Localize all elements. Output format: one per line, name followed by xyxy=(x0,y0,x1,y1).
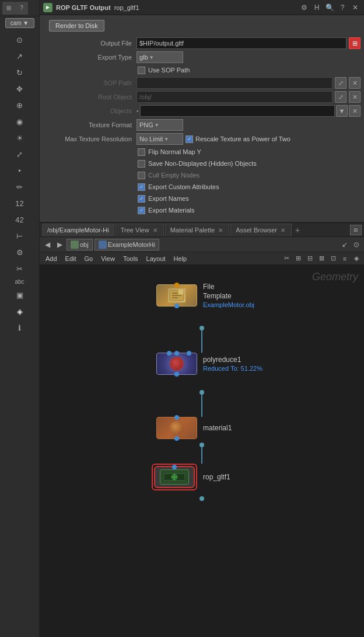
close-btn[interactable]: ✕ xyxy=(350,2,360,13)
light-icon[interactable]: ☀ xyxy=(12,130,27,145)
menu-icon3[interactable]: ⊟ xyxy=(304,253,315,264)
settings-btn[interactable]: ⚙ xyxy=(299,2,309,13)
nav-forward-icon[interactable]: ▶ xyxy=(54,239,65,250)
objects-dropdown-btn[interactable]: ▼ xyxy=(336,105,348,117)
sop-path-btn1[interactable]: ⤢ xyxy=(335,77,346,89)
polyreduce-box[interactable] xyxy=(156,353,197,375)
file-template-box[interactable] xyxy=(156,284,197,307)
polyreduce-node[interactable]: polyreduce1 Reduced To: 51.22% xyxy=(156,353,262,375)
save-hidden-row: Save Non-Displayed (Hidden) Objects xyxy=(40,158,364,169)
menu-edit[interactable]: Edit xyxy=(62,255,80,263)
export-names-checkbox[interactable]: ✓ xyxy=(138,195,145,203)
rop-gltf-box[interactable] xyxy=(154,466,195,488)
export-type-select[interactable]: glb ▼ xyxy=(136,51,183,63)
root-object-btn1[interactable]: ⤢ xyxy=(335,91,346,103)
file-node-detail: ExampleMotor.obj xyxy=(203,301,254,308)
bookmark-btn[interactable]: H xyxy=(312,2,322,13)
tab-asset-browser[interactable]: Asset Browser ✕ xyxy=(230,224,292,236)
help-icon[interactable]: ? xyxy=(15,2,28,15)
cursor-icon[interactable]: ↗ xyxy=(12,48,27,64)
output-file-icon-btn[interactable]: ⊞ xyxy=(349,37,360,49)
rotate-icon[interactable]: ↻ xyxy=(12,65,27,80)
save-hidden-checkbox[interactable] xyxy=(138,160,145,168)
rop-gltf-outer[interactable] xyxy=(152,464,197,490)
num-icon[interactable]: 12 xyxy=(12,196,27,211)
sop-path-input[interactable] xyxy=(136,77,332,89)
tab-tree-view[interactable]: Tree View ✕ xyxy=(116,224,164,236)
export-type-label: Export Type xyxy=(43,54,136,61)
root-object-label: Root Object xyxy=(43,93,136,100)
output-file-input[interactable] xyxy=(136,37,346,49)
path-obj[interactable]: obj xyxy=(66,239,93,250)
image-icon[interactable]: ▣ xyxy=(12,287,27,302)
tab-example-motor[interactable]: /obj/ExampleMotor-Hi xyxy=(42,224,114,236)
transform-icon[interactable]: ⤢ xyxy=(12,147,27,162)
objects-label: Objects xyxy=(43,107,136,114)
view-icon[interactable]: ⊙ xyxy=(12,32,27,47)
menu-help[interactable]: Help xyxy=(170,255,191,263)
objects-clear-btn[interactable]: ✕ xyxy=(349,105,360,117)
menu-view[interactable]: View xyxy=(97,255,118,263)
menu-icon1[interactable]: ✂ xyxy=(281,253,292,264)
root-object-input[interactable] xyxy=(136,91,332,103)
rop-gltf-node[interactable]: rop_gltf1 xyxy=(152,464,230,490)
file-template-node[interactable]: File Template ExampleMotor.obj xyxy=(156,283,254,308)
nav-back-icon[interactable]: ◀ xyxy=(42,239,52,250)
menu-icon4[interactable]: ⊠ xyxy=(316,253,327,264)
menu-layout[interactable]: Layout xyxy=(143,255,169,263)
tab-material-close[interactable]: ✕ xyxy=(217,227,224,234)
tab-material-palette[interactable]: Material Palette ✕ xyxy=(165,224,229,236)
info-icon[interactable]: ℹ xyxy=(12,320,27,335)
cull-empty-checkbox[interactable] xyxy=(138,172,145,179)
poly-top-dot xyxy=(174,351,179,356)
wrench-icon[interactable]: ⚙ xyxy=(12,245,27,260)
num2-icon[interactable]: 42 xyxy=(12,212,27,227)
ruler-icon[interactable]: ⊢ xyxy=(12,228,27,243)
camera-icon[interactable]: ⊙ xyxy=(351,239,362,250)
flip-normal-checkbox[interactable] xyxy=(138,148,145,156)
mat-top-dot xyxy=(174,415,179,420)
menu-add[interactable]: Add xyxy=(42,255,61,263)
root-object-btn2[interactable]: ✕ xyxy=(349,91,360,103)
pan-icon[interactable]: ✥ xyxy=(12,81,27,96)
geo-icon[interactable]: ◈ xyxy=(12,304,27,319)
menu-icon2[interactable]: ⊞ xyxy=(293,253,303,264)
tab-add-button[interactable]: + xyxy=(293,225,302,235)
sop-path-btn2[interactable]: ✕ xyxy=(349,77,360,89)
scissor-icon[interactable]: ✂ xyxy=(12,261,27,276)
tab-view-button[interactable]: ⊞ xyxy=(350,225,362,235)
path-example-motor[interactable]: ExampleMotorHi xyxy=(94,239,159,250)
texture-format-select[interactable]: PNG ▼ xyxy=(136,119,183,131)
tab-tree-close[interactable]: ✕ xyxy=(152,227,159,234)
question-btn[interactable]: ? xyxy=(337,2,348,13)
max-texture-select[interactable]: No Limit ▼ xyxy=(136,133,183,145)
left-icons-list: ⊙ ↗ ↻ ✥ ⊕ ◉ ☀ ⤢ • ✏ 12 42 ⊢ ⚙ ✂ abc ▣ ◈ … xyxy=(0,30,39,637)
tab-asset-close[interactable]: ✕ xyxy=(279,227,286,234)
dot-icon[interactable]: • xyxy=(12,163,27,178)
menu-icon6[interactable]: ≡ xyxy=(340,253,350,264)
root-object-row: Root Object ⤢ ✕ xyxy=(40,90,364,104)
max-texture-label: Max Texture Resolution xyxy=(43,135,136,142)
search-btn[interactable]: 🔍 xyxy=(324,2,335,13)
toolbar-top: ⊞ ? xyxy=(0,0,39,16)
objects-input[interactable] xyxy=(140,105,335,117)
material-info: material1 xyxy=(203,424,232,432)
menu-icon7[interactable]: ◈ xyxy=(351,253,362,264)
menu-go[interactable]: Go xyxy=(81,255,97,263)
material-node[interactable]: material1 xyxy=(156,417,232,439)
render-to-disk-button[interactable]: Render to Disk xyxy=(49,20,104,32)
export-custom-checkbox[interactable]: ✓ xyxy=(138,183,145,191)
use-sop-path-checkbox[interactable] xyxy=(138,67,145,74)
menu-tools[interactable]: Tools xyxy=(120,255,142,263)
material-box[interactable] xyxy=(156,417,197,439)
cam-button[interactable]: cam ▼ xyxy=(5,18,34,28)
export-materials-checkbox[interactable]: ✓ xyxy=(138,207,145,214)
layout-icon[interactable]: ↙ xyxy=(340,239,350,250)
zoom-icon[interactable]: ⊕ xyxy=(12,98,27,113)
pen-icon[interactable]: ✏ xyxy=(12,179,27,194)
rescale-checkbox[interactable]: ✓ xyxy=(186,135,193,143)
node-graph[interactable]: Geometry xyxy=(40,265,364,637)
grid-icon[interactable]: ⊞ xyxy=(2,2,15,15)
menu-icon5[interactable]: ⊡ xyxy=(328,253,338,264)
eye-icon[interactable]: ◉ xyxy=(12,114,27,129)
